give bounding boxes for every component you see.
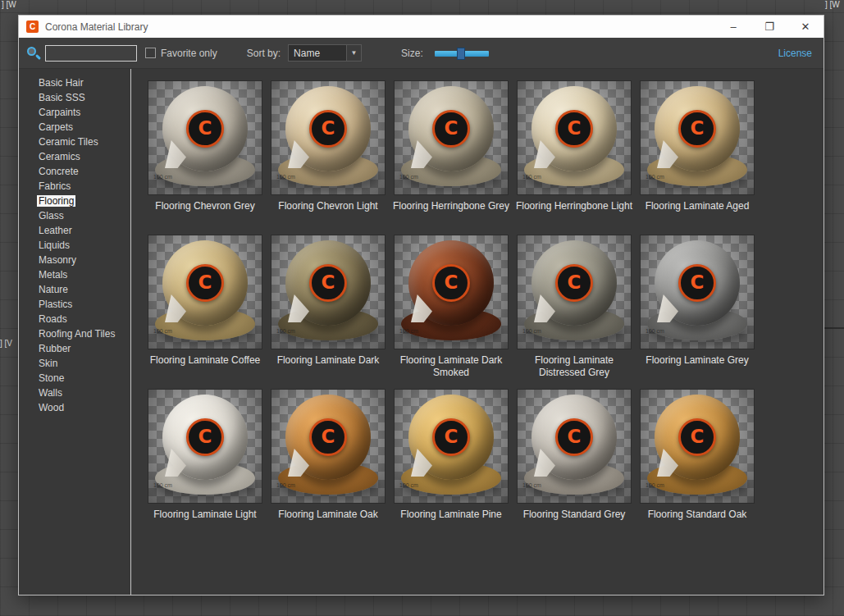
sidebar-item-label: Masonry [37,254,78,266]
viewport-background: { "viewport": { "fragment_top_left": "] … [0,0,844,616]
material-thumbnail[interactable]: C 100 cm [517,235,632,349]
material-name: Flooring Laminate Light [145,509,265,533]
scale-label: 100 cm [153,482,172,488]
sidebar-item[interactable]: Carpets [19,120,130,135]
material-card[interactable]: C 100 cm Flooring Laminate Pine [390,389,513,541]
sidebar-item[interactable]: Metals [19,267,130,282]
minimize-button[interactable]: – [715,16,751,38]
material-thumbnail[interactable]: C 100 cm [394,235,509,349]
sidebar-item[interactable]: Flooring [19,194,130,208]
sidebar-item[interactable]: Glass [19,208,130,223]
sidebar-item[interactable]: Stone [19,371,130,386]
viewport-label-fragment: ] [W [2,0,16,9]
material-card[interactable]: C 100 cm Flooring Herringbone Grey [390,80,513,233]
material-card[interactable]: C 100 cm Flooring Chevron Light [267,80,390,233]
material-card[interactable]: C 100 cm Flooring Laminate Light [144,389,267,541]
corona-logo-letter: C [198,117,212,139]
material-thumbnail[interactable]: C 100 cm [640,80,755,195]
sidebar-item-label: Skin [37,358,59,369]
sidebar-item-label: Metals [37,269,69,281]
material-card[interactable]: C 100 cm Flooring Chevron Grey [144,80,267,233]
close-button[interactable]: ✕ [787,16,823,38]
material-thumbnail[interactable]: C 100 cm [271,389,386,504]
material-thumbnail[interactable]: C 100 cm [640,235,755,349]
corona-logo-icon: C [309,110,347,148]
sidebar-item[interactable]: Skin [19,356,130,371]
sort-by-dropdown[interactable]: Name ▼ [288,44,362,62]
material-name: Flooring Standard Oak [637,509,757,533]
material-card[interactable]: C 100 cm Flooring Laminate Grey [636,235,759,387]
material-card[interactable]: C 100 cm Flooring Laminate Distressed Gr… [513,235,636,387]
material-name: Flooring Laminate Aged [637,200,757,225]
sidebar-item[interactable]: Roofing And Tiles [19,326,130,341]
favorite-only-checkbox[interactable] [145,48,156,58]
search-input[interactable] [45,45,137,62]
scale-label: 100 cm [646,328,664,334]
material-card[interactable]: C 100 cm Flooring Laminate Coffee [144,235,267,387]
scale-label: 100 cm [276,328,295,334]
material-thumbnail[interactable]: C 100 cm [271,235,386,349]
material-card[interactable]: C 100 cm Flooring Laminate Dark [267,235,390,387]
material-thumbnail[interactable]: C 100 cm [517,389,632,504]
sidebar-item[interactable]: Wood [19,400,130,415]
chevron-down-icon[interactable]: ▼ [346,45,361,61]
sidebar-item[interactable]: Rubber [19,341,130,356]
material-thumbnail[interactable]: C 100 cm [148,235,262,349]
material-card[interactable]: C 100 cm Flooring Standard Oak [636,389,759,541]
material-name: Flooring Laminate Grey [637,354,757,379]
corona-logo-icon: C [678,418,716,456]
corona-logo-icon: C [309,418,347,456]
sidebar-item-label: Flooring [37,195,75,207]
material-thumbnail[interactable]: C 100 cm [394,389,509,504]
sidebar-item[interactable]: Fabrics [19,179,130,194]
sidebar-item[interactable]: Leather [19,223,130,238]
sidebar-item[interactable]: Basic SSS [19,90,130,105]
sort-by-value: Name [289,48,320,59]
window-controls: – ❐ ✕ [715,16,823,38]
corona-logo-letter: C [568,426,582,447]
title-bar[interactable]: C Corona Material Library – ❐ ✕ [19,16,823,38]
sidebar-item[interactable]: Plastics [19,297,130,312]
size-slider[interactable] [435,47,489,60]
corona-logo-icon: C [678,110,716,148]
sidebar-item[interactable]: Carpaints [19,105,130,120]
material-thumbnail[interactable]: C 100 cm [148,80,262,195]
license-link[interactable]: License [778,48,812,59]
maximize-button[interactable]: ❐ [751,16,787,38]
material-card[interactable]: C 100 cm Flooring Laminate Oak [267,389,390,541]
material-thumbnail[interactable]: C 100 cm [148,389,262,504]
sidebar-item[interactable]: Walls [19,386,130,400]
sidebar-item-label: Carpets [37,121,75,133]
window-body: Basic Hair Basic SSS Carpaints Carpets C… [19,69,823,595]
sidebar-item[interactable]: Ceramic Tiles [19,135,130,149]
material-card[interactable]: C 100 cm Flooring Laminate Aged [636,80,759,233]
sidebar-item[interactable]: Masonry [19,253,130,267]
material-thumbnail[interactable]: C 100 cm [271,80,386,195]
sidebar-item[interactable]: Ceramics [19,149,130,164]
sidebar-item-label: Concrete [37,166,80,177]
search-icon[interactable] [25,45,42,62]
sidebar-item-label: Leather [37,225,74,236]
sidebar-item[interactable]: Basic Hair [19,75,130,90]
material-thumbnail[interactable]: C 100 cm [517,80,632,195]
material-name: Flooring Standard Grey [514,509,634,533]
sidebar-item-label: Stone [37,372,66,384]
sidebar-item[interactable]: Roads [19,312,130,326]
sidebar-item[interactable]: Concrete [19,164,130,179]
material-name: Flooring Laminate Dark [268,354,388,379]
sidebar-item[interactable]: Nature [19,282,130,297]
material-thumbnail[interactable]: C 100 cm [394,80,509,195]
sidebar-item[interactable]: Liquids [19,238,130,253]
viewport-label-fragment: ] [V [0,339,12,348]
material-card[interactable]: C 100 cm Flooring Standard Grey [513,389,636,541]
material-card[interactable]: C 100 cm Flooring Herringbone Light [513,80,636,233]
corona-logo-letter: C [198,271,212,293]
material-thumbnail[interactable]: C 100 cm [640,389,755,504]
corona-logo-icon: C [555,110,593,148]
corona-logo-letter: C [445,117,458,139]
sort-by-label: Sort by: [247,48,281,59]
corona-logo-letter: C [568,271,582,293]
size-slider-handle[interactable] [457,48,465,60]
material-card[interactable]: C 100 cm Flooring Laminate Dark Smoked [390,235,513,387]
corona-app-icon: C [26,21,39,33]
